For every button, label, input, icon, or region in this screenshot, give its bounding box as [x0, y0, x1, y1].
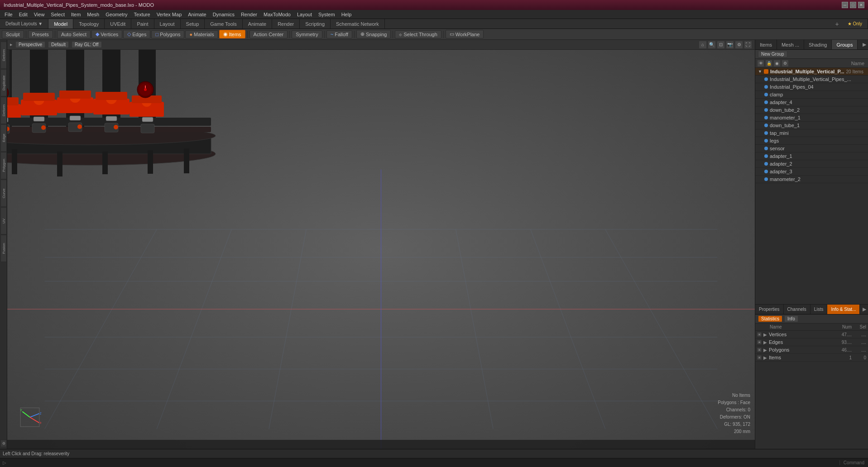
tab-setup[interactable]: Setup	[181, 19, 205, 29]
tab-render[interactable]: Render	[272, 19, 300, 29]
action-center-button[interactable]: Action Center	[249, 30, 288, 38]
tab-default-layouts[interactable]: Default Layouts ▼	[0, 19, 48, 29]
sidebar-item-fusion[interactable]: Fusion	[0, 235, 7, 262]
menu-dynamics[interactable]: Dynamics	[210, 11, 237, 18]
perspective-button[interactable]: Perspective	[15, 41, 45, 48]
expand-polygons[interactable]: +	[757, 348, 762, 352]
symmetry-button[interactable]: Symmetry	[292, 30, 322, 38]
maximize-button[interactable]: □	[850, 2, 856, 8]
edges-button[interactable]: ◇ Edges	[123, 30, 150, 38]
scene-item-10[interactable]: adapter_1	[755, 152, 868, 160]
prop-tab-properties[interactable]: Properties	[755, 305, 784, 314]
vp-camera-icon[interactable]: 📷	[726, 41, 734, 49]
scene-item-7[interactable]: tap_mini	[755, 129, 868, 137]
arrow-polygons[interactable]: ▶	[763, 348, 767, 353]
expand-vertices[interactable]: +	[757, 332, 762, 337]
only-button[interactable]: ★ Only	[842, 19, 868, 29]
tab-mesh[interactable]: Mesh ...	[777, 40, 804, 49]
right-panel-arrow[interactable]: ▶	[861, 40, 868, 49]
scene-item-9[interactable]: sensor	[755, 145, 868, 152]
scene-render-icon[interactable]: ◉	[773, 60, 781, 67]
prop-panel-arrow[interactable]: ▶	[861, 305, 868, 314]
tab-uvedit[interactable]: UVEdit	[105, 19, 131, 29]
menu-vertex-map[interactable]: Vertex Map	[154, 11, 185, 18]
viewport-canvas[interactable]: .grid-line { stroke: rgba(100,120,150,0.…	[7, 50, 755, 449]
command-bar[interactable]: ▷ Command	[0, 458, 868, 467]
scene-item-1[interactable]: Industrial_Pipes_04	[755, 83, 868, 91]
scene-eye-icon[interactable]: 👁	[757, 60, 764, 67]
vp-frame-icon[interactable]: ⊡	[717, 41, 725, 49]
menu-file[interactable]: File	[2, 11, 15, 18]
sidebar-item-uv[interactable]: UV	[0, 207, 7, 234]
scene-group-industrial[interactable]: ▼ Industrial_Multiple_Vertical_P... 20 I…	[755, 68, 868, 76]
sidebar-item-bottom[interactable]: ⚙	[0, 440, 7, 447]
arrow-vertices[interactable]: ▶	[763, 332, 767, 337]
default-button[interactable]: Default	[48, 41, 69, 48]
tab-layout[interactable]: Layout	[154, 19, 181, 29]
items-button[interactable]: ◉ Items	[219, 30, 245, 38]
expand-items[interactable]: +	[757, 355, 762, 360]
expand-edges[interactable]: +	[757, 340, 762, 344]
tab-schematic[interactable]: Schematic Network	[331, 19, 385, 29]
vp-expand-icon[interactable]: ⛶	[744, 41, 752, 49]
prop-tab-channels[interactable]: Channels	[784, 305, 810, 314]
menu-view[interactable]: View	[31, 11, 48, 18]
tab-animate[interactable]: Animate	[243, 19, 272, 29]
tab-groups[interactable]: Groups	[832, 40, 858, 49]
menu-animate[interactable]: Animate	[185, 11, 209, 18]
minimize-button[interactable]: ─	[842, 2, 848, 8]
scene-settings-icon[interactable]: ⚙	[782, 60, 789, 67]
tab-topology[interactable]: Topology	[73, 19, 105, 29]
menu-system[interactable]: System	[316, 11, 338, 18]
prop-tab-info[interactable]: Info & Stat...	[827, 305, 860, 314]
polygons-button[interactable]: □ Polygons	[151, 30, 184, 38]
tab-scripting[interactable]: Scripting	[300, 19, 331, 29]
menu-item[interactable]: Item	[68, 11, 83, 18]
command-input[interactable]	[9, 460, 839, 466]
arrow-items[interactable]: ▶	[763, 355, 767, 360]
menu-select[interactable]: Select	[48, 11, 67, 18]
tab-game-tools[interactable]: Game Tools	[205, 19, 243, 29]
sidebar-item-deform2[interactable]: Deform	[0, 97, 7, 124]
sidebar-item-edge[interactable]: Edge	[0, 124, 7, 152]
scene-item-5[interactable]: manometer_1	[755, 114, 868, 122]
vp-home-icon[interactable]: ⌂	[699, 41, 707, 49]
menu-maxtomodo[interactable]: MaxToModo	[261, 11, 293, 18]
add-tab-button[interactable]: +	[832, 19, 842, 29]
presets-button[interactable]: Presets	[28, 30, 53, 38]
menu-mesh[interactable]: Mesh	[84, 11, 102, 18]
scene-item-3[interactable]: adapter_4	[755, 99, 868, 106]
sculpt-button[interactable]: Sculpt	[2, 30, 24, 38]
menu-help[interactable]: Help	[339, 11, 355, 18]
sidebar-item-duplicate[interactable]: Duplicate	[0, 69, 7, 96]
menu-texture[interactable]: Texture	[131, 11, 153, 18]
vp-settings-icon[interactable]: ⚙	[735, 41, 743, 49]
tab-shading[interactable]: Shading	[804, 40, 832, 49]
viewport-area[interactable]: ▸ Perspective Default Ray GL: Off ⌂ 🔍 ⊡ …	[7, 40, 755, 449]
falloff-button[interactable]: ~ Falloff	[326, 30, 352, 38]
sidebar-item-curve[interactable]: Curve	[0, 180, 7, 207]
stats-tab-info[interactable]: Info	[784, 315, 798, 322]
viewport-toggle[interactable]: ▸	[10, 42, 13, 48]
stats-tab-statistics[interactable]: Statistics	[758, 315, 782, 322]
auto-select-button[interactable]: Auto Select	[57, 30, 91, 38]
snapping-button[interactable]: ⊕ Snapping	[356, 30, 391, 38]
vertices-button[interactable]: ◆ Vertices	[91, 30, 122, 38]
close-button[interactable]: ✕	[858, 2, 864, 8]
arrow-edges[interactable]: ▶	[763, 340, 767, 345]
scene-item-0[interactable]: Industrial_Multiple_Vertical_Pipes_...	[755, 76, 868, 83]
tab-paint[interactable]: Paint	[131, 19, 154, 29]
workplane-button[interactable]: ▭ WorkPlane	[446, 30, 484, 38]
vp-zoom-icon[interactable]: 🔍	[708, 41, 716, 49]
scene-item-2[interactable]: clamp	[755, 91, 868, 99]
scene-item-12[interactable]: adapter_3	[755, 168, 868, 176]
prop-tab-lists[interactable]: Lists	[810, 305, 828, 314]
new-group-button[interactable]: New Group	[758, 51, 787, 57]
menu-geometry[interactable]: Geometry	[103, 11, 130, 18]
scene-item-8[interactable]: legs	[755, 137, 868, 145]
sidebar-item-polygon[interactable]: Polygon	[0, 152, 7, 179]
sidebar-item-deform[interactable]: Deform	[0, 42, 7, 69]
materials-button[interactable]: ● Materials	[185, 30, 218, 38]
tab-model[interactable]: Model	[48, 19, 73, 29]
scene-item-13[interactable]: manometer_2	[755, 176, 868, 183]
